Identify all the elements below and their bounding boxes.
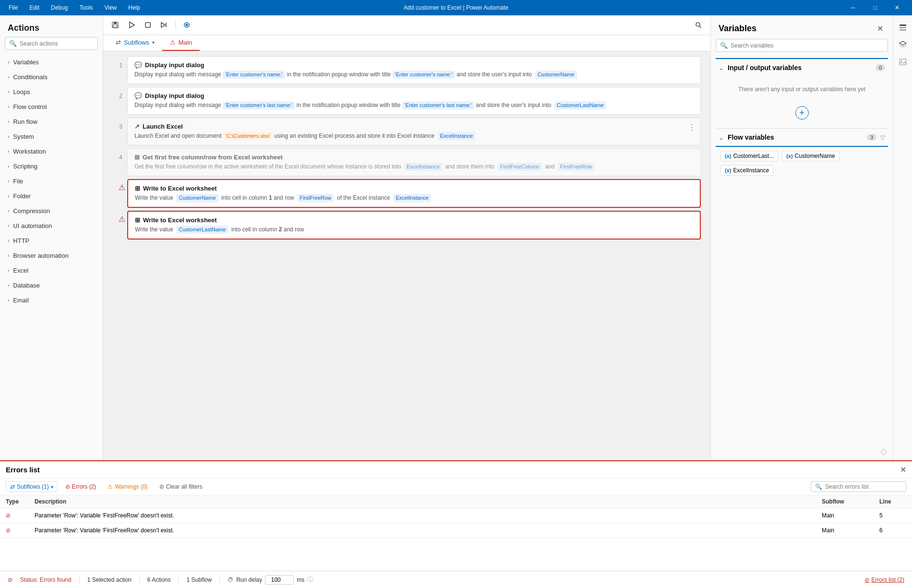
tab-subflows-label: Subflows — [124, 39, 149, 46]
group-label: File — [13, 178, 23, 185]
tab-main[interactable]: ⚠ Main — [162, 35, 200, 51]
errors-link[interactable]: ⊘ Errors list (2) — [864, 576, 904, 583]
chevron-right-icon: › — [8, 223, 9, 228]
error-row[interactable]: ⊘ Parameter 'Row': Variable 'FirstFreeRo… — [0, 508, 912, 523]
group-database[interactable]: › Database — [0, 278, 103, 293]
variables-close-button[interactable]: ✕ — [875, 22, 885, 35]
error-subflow: Main — [816, 523, 874, 538]
step-desc: Display input dialog with message 'Enter… — [134, 101, 694, 109]
eraser-icon[interactable]: ◇ — [880, 446, 887, 456]
menu-edit[interactable]: Edit — [24, 3, 44, 12]
save-button[interactable] — [108, 18, 122, 32]
var-chip[interactable]: (x) ExcelInstance — [720, 165, 773, 176]
group-file[interactable]: › File — [0, 174, 103, 189]
image-icon[interactable] — [896, 55, 910, 69]
errors-filter-button[interactable]: ⊘ Errors (2) — [61, 482, 100, 492]
io-section-header[interactable]: ⌄ Input / output variables 0 — [716, 59, 888, 76]
layers-icon[interactable] — [896, 37, 910, 52]
group-flow-control[interactable]: › Flow control — [0, 99, 103, 114]
error-row[interactable]: ⊘ Parameter 'Row': Variable 'FirstFreeRo… — [0, 523, 912, 538]
actions-search-box[interactable]: 🔍 — [5, 37, 98, 50]
variables-search-box[interactable]: 🔍 — [716, 39, 888, 52]
group-label: Workstation — [13, 148, 46, 155]
variables-tab-icon[interactable] — [896, 20, 910, 35]
group-loops[interactable]: › Loops — [0, 84, 103, 99]
step-card[interactable]: 💬 Display input dialog Display input dia… — [127, 87, 701, 115]
col-subflow: Subflow — [816, 495, 874, 508]
step-card[interactable]: 💬 Display input dialog Display input dia… — [127, 56, 701, 84]
step-title: 💬 Display input dialog — [134, 92, 694, 99]
step-card[interactable]: ⋮ ↗ Launch Excel Launch Excel and open d… — [127, 118, 701, 145]
var-chip[interactable]: (x) CustomerName — [782, 151, 839, 161]
dialog-icon: 💬 — [134, 61, 142, 69]
warning-triangle-icon: ⚠ — [108, 483, 113, 490]
search-errors-input[interactable] — [825, 483, 902, 490]
group-compression[interactable]: › Compression — [0, 204, 103, 218]
group-workstation[interactable]: › Workstation — [0, 144, 103, 159]
svg-rect-11 — [900, 24, 906, 26]
group-system[interactable]: › System — [0, 129, 103, 144]
var-name: ExcelInstance — [733, 167, 769, 174]
search-button[interactable] — [691, 18, 706, 32]
search-variables-input[interactable] — [731, 42, 884, 49]
menu-tools[interactable]: Tools — [74, 3, 97, 12]
menu-debug[interactable]: Debug — [46, 3, 72, 12]
flow-section-header[interactable]: ⌄ Flow variables 3 ▽ — [716, 129, 888, 146]
warnings-label: Warnings (0) — [115, 483, 147, 490]
search-icon: 🔍 — [9, 40, 17, 47]
next-button[interactable] — [157, 18, 171, 32]
variables-title: Variables — [719, 24, 756, 34]
group-browser-automation[interactable]: › Browser automation — [0, 248, 103, 263]
record-button[interactable] — [180, 18, 194, 32]
group-ui-automation[interactable]: › UI automation — [0, 218, 103, 233]
close-button[interactable]: ✕ — [886, 0, 908, 15]
excel-icon: ↗ — [134, 123, 140, 130]
group-excel[interactable]: › Excel — [0, 263, 103, 278]
group-label: Excel — [13, 267, 28, 274]
group-conditionals[interactable]: › Conditionals — [0, 70, 103, 84]
minimize-button[interactable]: ─ — [842, 0, 864, 15]
menu-file[interactable]: File — [4, 3, 23, 12]
subflows-filter-button[interactable]: ⇄ Subflows (1) ▾ — [6, 481, 58, 492]
flow-canvas: ⇄ Subflows ▾ ⚠ Main 1 💬 Displa — [103, 15, 710, 460]
step-card[interactable]: ⊞ Get first free column/row from Excel w… — [127, 148, 701, 176]
io-count-badge: 0 — [876, 64, 885, 71]
menu-help[interactable]: Help — [123, 3, 145, 12]
maximize-button[interactable]: □ — [864, 0, 886, 15]
filter-icon[interactable]: ▽ — [880, 134, 885, 141]
clear-filters-button[interactable]: ⊘ Clear all filters — [156, 482, 206, 492]
step-tag: 'Enter customer's name:' — [393, 71, 455, 79]
actions-count: 6 Actions — [147, 576, 171, 583]
errors-close-button[interactable]: ✕ — [900, 465, 906, 474]
svg-marker-14 — [900, 41, 906, 45]
warnings-filter-button[interactable]: ⚠ Warnings (0) — [104, 482, 151, 492]
error-description: Parameter 'Row': Variable 'FirstFreeRow'… — [29, 508, 816, 523]
run-button[interactable] — [124, 18, 139, 32]
stop-button[interactable] — [141, 18, 155, 32]
errors-panel: Errors list ✕ ⇄ Subflows (1) ▾ ⊘ Errors … — [0, 460, 912, 571]
chevron-right-icon: › — [8, 60, 9, 65]
group-scripting[interactable]: › Scripting — [0, 159, 103, 174]
more-options-icon[interactable]: ⋮ — [688, 123, 696, 132]
tab-subflows[interactable]: ⇄ Subflows ▾ — [108, 35, 162, 51]
main-area: Actions 🔍 › Variables › Conditionals › L… — [0, 15, 912, 460]
step-card[interactable]: ⊞ Write to Excel worksheet Write the val… — [127, 179, 701, 208]
menu-view[interactable]: View — [99, 3, 121, 12]
group-folder[interactable]: › Folder — [0, 189, 103, 204]
run-delay-input[interactable] — [265, 575, 294, 585]
var-chip[interactable]: (x) CustomerLast... — [720, 151, 778, 161]
group-run-flow[interactable]: › Run flow — [0, 114, 103, 129]
io-empty-message: There aren't any input or output variabl… — [716, 76, 888, 102]
group-email[interactable]: › Email — [0, 293, 103, 308]
add-io-variable-button[interactable]: + — [795, 106, 809, 120]
svg-rect-2 — [113, 25, 117, 27]
group-variables[interactable]: › Variables — [0, 55, 103, 70]
step-card[interactable]: ⊞ Write to Excel worksheet Write the val… — [127, 211, 701, 240]
step-tag: 'Enter customer's last name:' — [402, 101, 474, 109]
errors-toolbar: ⇄ Subflows (1) ▾ ⊘ Errors (2) ⚠ Warnings… — [0, 479, 912, 495]
errors-search-box[interactable]: 🔍 — [811, 481, 906, 492]
info-icon: ⓘ — [307, 576, 313, 584]
group-http[interactable]: › HTTP — [0, 233, 103, 248]
search-actions-input[interactable] — [20, 40, 94, 47]
step-tag: 'C:\Customers.xlsx' — [223, 132, 273, 140]
